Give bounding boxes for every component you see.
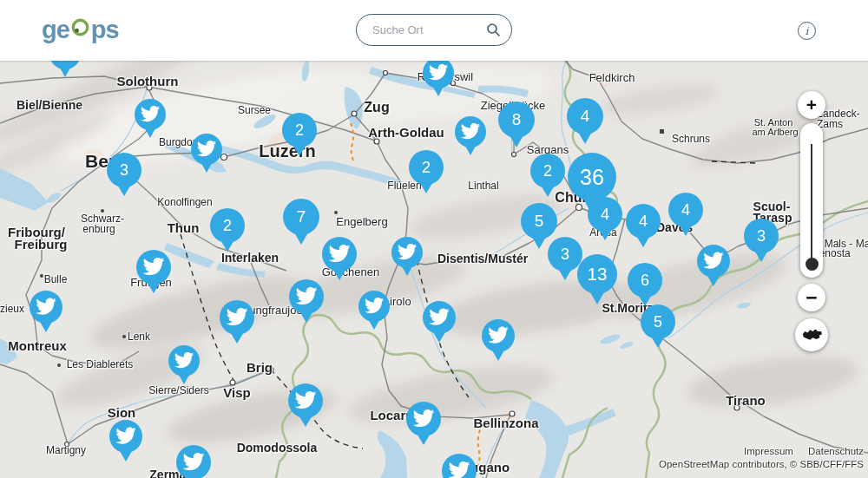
cluster-marker[interactable]: 2 — [210, 208, 245, 243]
cluster-marker[interactable]: 5 — [521, 203, 557, 239]
map-place-label: Zug — [364, 100, 389, 115]
twitter-bird-icon — [197, 139, 216, 158]
cluster-marker[interactable]: 2 — [282, 113, 317, 147]
cluster-marker[interactable]: 8 — [498, 101, 535, 138]
logo-text-left: ge — [42, 17, 69, 43]
zoom-slider[interactable] — [800, 123, 823, 278]
switzerland-extent-button[interactable] — [795, 318, 828, 351]
cluster-count: 2 — [282, 113, 317, 147]
switzerland-icon — [800, 327, 824, 343]
cluster-count: 7 — [283, 199, 319, 235]
map-place-label: enburg — [82, 223, 115, 235]
cluster-marker[interactable]: 2 — [530, 154, 565, 188]
twitter-marker[interactable] — [322, 237, 357, 272]
cluster-marker[interactable]: 3 — [744, 219, 779, 253]
cluster-marker[interactable]: 5 — [641, 304, 675, 339]
cluster-count: 4 — [668, 193, 703, 227]
twitter-marker[interactable] — [176, 445, 211, 478]
cluster-marker[interactable]: 6 — [628, 263, 662, 298]
map-place-label: Konolfingen — [157, 196, 212, 208]
cluster-marker[interactable]: 4 — [588, 197, 622, 232]
map-place-label: Domodossola — [237, 441, 318, 455]
map-place-label: Thun — [168, 220, 200, 235]
cluster-marker[interactable]: 4 — [668, 193, 703, 227]
twitter-marker[interactable] — [220, 300, 254, 335]
twitter-marker[interactable] — [191, 134, 222, 165]
search-box — [356, 14, 512, 46]
map-place-label: Sion — [108, 405, 136, 420]
twitter-marker[interactable] — [109, 420, 142, 453]
twitter-marker[interactable] — [455, 116, 486, 147]
impressum-link[interactable]: Impressum — [744, 446, 793, 456]
geops-logo[interactable]: ge ps — [42, 16, 119, 43]
map-place-label: Bulle — [44, 273, 68, 285]
cluster-marker[interactable]: 7 — [283, 199, 319, 235]
search-icon[interactable] — [486, 23, 501, 37]
twitter-marker[interactable] — [697, 245, 730, 278]
zoom-out-button[interactable]: − — [798, 284, 825, 311]
map-place-label: Les Diablerets — [67, 358, 134, 370]
map-place-label: Martigny — [46, 444, 86, 456]
map[interactable]: SolothurnBiel/BienneBernBurgdorfKonolfin… — [0, 0, 868, 478]
cluster-count: 4 — [588, 197, 622, 232]
cluster-count: 3 — [744, 219, 779, 253]
cluster-marker[interactable]: 3 — [107, 153, 141, 187]
cluster-marker[interactable]: 13 — [577, 254, 617, 294]
map-place-label: Arth-Goldau — [368, 125, 444, 140]
twitter-marker[interactable] — [406, 402, 441, 436]
map-place-label: Solothurn — [117, 74, 179, 88]
twitter-bird-icon — [141, 104, 160, 123]
map-place-label: Freiburg — [15, 237, 68, 252]
cluster-count: 2 — [409, 150, 444, 185]
twitter-bird-icon — [429, 62, 448, 82]
cluster-count: 3 — [107, 153, 141, 187]
twitter-bird-icon — [143, 256, 165, 278]
map-place-label: Schruns — [672, 133, 710, 145]
twitter-marker[interactable] — [482, 319, 515, 352]
cluster-marker[interactable]: 2 — [409, 150, 444, 185]
map-place-label: Linthal — [468, 180, 498, 192]
cluster-count: 2 — [530, 154, 565, 188]
map-place-label: Sursee — [238, 104, 271, 116]
map-place-label: Palézieux — [0, 303, 24, 315]
twitter-bird-icon — [115, 425, 136, 446]
datenschutz-link[interactable]: Datenschutz — [808, 446, 864, 456]
twitter-marker[interactable] — [288, 383, 323, 418]
twitter-marker[interactable] — [391, 237, 423, 268]
info-button[interactable]: i — [798, 22, 816, 40]
map-place-label: Interlaken — [221, 251, 279, 265]
logo-o-icon — [70, 16, 90, 42]
cluster-count: 5 — [641, 304, 675, 339]
map-copyright: OpenStreetMap contributors, © SBB/CFF/FF… — [659, 459, 864, 469]
attribution-bar: Impressum Datenschutz OpenStreetMap cont… — [659, 446, 864, 469]
twitter-marker[interactable] — [168, 345, 200, 377]
twitter-marker[interactable] — [30, 291, 62, 324]
twitter-bird-icon — [365, 296, 384, 315]
map-place-label: Feldkirch — [589, 71, 635, 84]
map-place-label: Montreux — [8, 338, 67, 353]
twitter-bird-icon — [449, 460, 470, 478]
twitter-marker[interactable] — [423, 301, 456, 334]
cluster-marker[interactable]: 4 — [626, 204, 661, 239]
twitter-bird-icon — [488, 324, 509, 345]
zoom-slider-knob[interactable] — [806, 258, 819, 271]
cluster-marker[interactable]: 4 — [567, 98, 603, 134]
twitter-bird-icon — [183, 451, 205, 473]
twitter-marker[interactable] — [135, 99, 166, 130]
cluster-count: 6 — [628, 263, 662, 298]
logo-text-right: ps — [91, 17, 119, 43]
twitter-marker[interactable] — [358, 291, 390, 322]
map-place-label: Disentis/Mustér — [437, 252, 528, 265]
zoom-in-button[interactable]: + — [798, 91, 825, 119]
cluster-marker[interactable]: 36 — [568, 153, 616, 201]
cluster-count: 4 — [626, 204, 661, 239]
twitter-marker[interactable] — [289, 279, 324, 314]
twitter-marker[interactable] — [136, 250, 171, 285]
twitter-bird-icon — [227, 306, 248, 328]
twitter-bird-icon — [413, 408, 435, 429]
search-input[interactable] — [371, 23, 486, 37]
twitter-marker[interactable] — [423, 57, 454, 88]
map-place-label: Tirano — [726, 393, 766, 408]
map-place-label: am Arlberg — [752, 127, 798, 137]
cluster-count: 8 — [498, 101, 535, 138]
